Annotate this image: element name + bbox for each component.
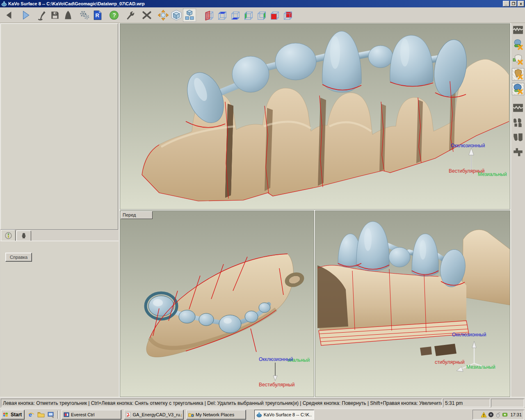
play-button[interactable]: [19, 9, 32, 22]
status-extra-panel: [491, 399, 524, 407]
die-delete-button[interactable]: [512, 68, 524, 80]
wrench-tool-button[interactable]: [124, 9, 137, 22]
window-title: KaVo Surface 8 -- C:\KaVo\Cad\Geomagic\D…: [8, 1, 503, 6]
pen-icon: [37, 10, 47, 21]
taskbar-button-label: Everest Ctrl: [71, 412, 94, 417]
app-icon: [1, 1, 7, 7]
viewport-side[interactable]: Окклюзионный стибулярный Мезиальный: [315, 210, 510, 397]
start-button[interactable]: Start: [1, 410, 25, 420]
kavo-app-icon: [256, 412, 262, 418]
taskbar-button-pdf[interactable]: GA_EnergyCAD_V3_ru.p...: [124, 410, 184, 420]
pen-tool-button[interactable]: [35, 9, 48, 22]
teeth-group-button[interactable]: [512, 116, 524, 129]
connector-icon: [513, 147, 523, 158]
mouse-icon[interactable]: [495, 412, 501, 418]
help-button[interactable]: Справка: [5, 253, 32, 262]
windows-logo-icon: [3, 412, 9, 418]
teeth-row-2-icon: [513, 103, 523, 113]
tab-model-tree[interactable]: [16, 231, 31, 241]
save-button[interactable]: [48, 9, 62, 22]
main-toolbar: R ?: [0, 7, 525, 23]
front-view-icon: [271, 11, 279, 19]
model-scene-front: [120, 211, 314, 397]
taskbar-separator: [57, 411, 59, 419]
axis-label-mesial: Мезиальный: [478, 171, 507, 177]
quick-launch-bar: e: [27, 410, 59, 419]
right-toolbar: [511, 23, 525, 397]
teeth-row-button[interactable]: [512, 24, 524, 36]
crown-gum-delete-button[interactable]: [512, 39, 524, 51]
show-desktop-icon[interactable]: [47, 411, 55, 419]
delete-tool-button[interactable]: [140, 9, 153, 22]
help-icon: ?: [110, 11, 119, 19]
taskbar-button-everest[interactable]: Everest Ctrl: [62, 410, 121, 420]
right-view-button[interactable]: [255, 9, 268, 22]
axis-label-vestibular-side: стибулярный: [435, 359, 465, 365]
model-scene-main: [120, 24, 510, 210]
section-plane-icon: [205, 11, 213, 20]
alert-shield-icon[interactable]: [481, 412, 487, 418]
tooth-delete-icon: [513, 54, 523, 65]
view-name-tab[interactable]: Перед: [121, 211, 153, 219]
isometric-view-icon: [171, 10, 181, 20]
coping-delete-button[interactable]: [512, 83, 524, 95]
minimize-button[interactable]: _: [503, 1, 509, 7]
top-view-button[interactable]: [216, 9, 229, 22]
bell-button[interactable]: [62, 9, 75, 22]
left-view-button[interactable]: [242, 9, 255, 22]
top-view-icon: [219, 11, 226, 19]
teeth-row-icon: [513, 25, 523, 35]
taskbar-button-label: KaVo Surface 8 -- C:\K...: [264, 412, 312, 417]
molar-pair-button[interactable]: [512, 131, 524, 144]
svg-text:e: e: [29, 411, 32, 418]
coping-delete-icon: [513, 84, 523, 94]
tray-clock: 17:31: [510, 412, 522, 417]
pan-view-button[interactable]: [157, 9, 170, 22]
network-places-icon: [188, 412, 194, 418]
settings-gears-button[interactable]: [78, 9, 91, 22]
connector-button[interactable]: [512, 146, 524, 158]
section-plane-view-button[interactable]: [203, 9, 216, 22]
isometric-view-button[interactable]: [170, 9, 183, 22]
bottom-view-button[interactable]: [229, 9, 242, 22]
molar-pair-icon: [513, 132, 523, 143]
play-icon: [20, 10, 31, 21]
system-tray: 17:31: [472, 410, 524, 420]
taskbar-button-kavo[interactable]: KaVo Surface 8 -- C:\K...: [254, 410, 314, 420]
back-icon: [4, 10, 14, 21]
everest-icon: [64, 412, 69, 418]
folder-icon[interactable]: [37, 411, 45, 419]
front-view-button[interactable]: [268, 9, 281, 22]
viewport-front[interactable]: Перед зиальный Окклюзионный Вестибулярны…: [120, 210, 314, 397]
status-time: 5:31 pm: [443, 399, 490, 407]
help-button-toolbar[interactable]: ?: [107, 9, 121, 22]
restore-button[interactable]: ❐: [510, 1, 517, 7]
delete-x-icon: [142, 10, 152, 21]
bell-icon: [63, 10, 73, 21]
tab-info[interactable]: [1, 230, 16, 241]
info-icon: [5, 232, 12, 239]
left-panel: Справка: [0, 23, 119, 397]
graphics-settings-icon[interactable]: [502, 412, 508, 418]
teeth-row-2-button[interactable]: [512, 102, 524, 114]
taskbar-button-label: My Network Places: [196, 412, 234, 417]
tooth-delete-button[interactable]: [512, 53, 524, 66]
close-button[interactable]: x: [518, 1, 524, 7]
wrench-icon: [125, 10, 136, 21]
viewport-main[interactable]: Окклюзионный Вестибулярный Мезиальный: [120, 23, 510, 210]
model-tree-icon: [21, 233, 27, 239]
pdf-document-icon: [126, 412, 131, 418]
viewport-layout-button[interactable]: [183, 9, 196, 22]
volume-icon[interactable]: [488, 412, 494, 418]
taskbar: Start e Everest Ctrl GA_EnergyCAD_V3_ru.…: [0, 409, 525, 420]
axis-label-occlusal-side: Окклюзионный: [452, 332, 486, 338]
save-icon: [50, 10, 60, 21]
report-document-button[interactable]: R: [91, 9, 104, 22]
bottom-view-icon: [232, 11, 240, 19]
application-window: KaVo Surface 8 -- C:\KaVo\Cad\Geomagic\D…: [0, 0, 525, 420]
taskbar-button-network[interactable]: My Network Places: [186, 410, 246, 420]
back-button[interactable]: [2, 9, 16, 22]
back-view-button[interactable]: [281, 9, 294, 22]
internet-explorer-icon[interactable]: e: [27, 411, 35, 419]
title-bar: KaVo Surface 8 -- C:\KaVo\Cad\Geomagic\D…: [0, 0, 525, 7]
